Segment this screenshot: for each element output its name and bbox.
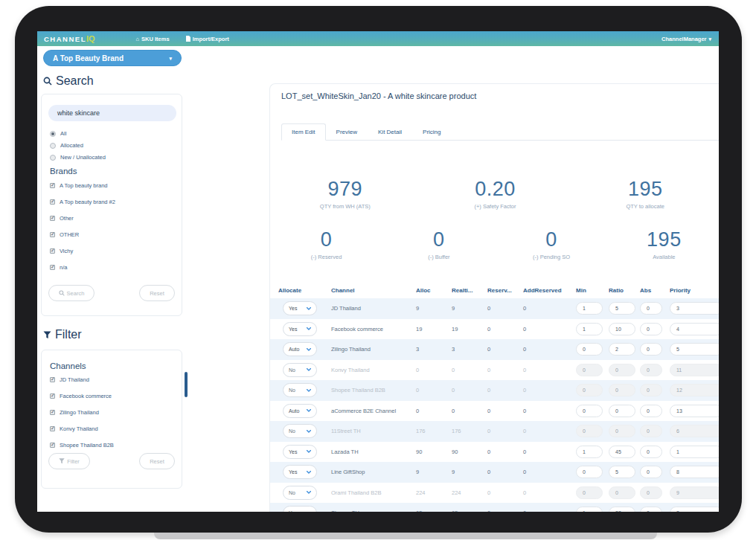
ratio-input[interactable]: 5: [609, 466, 635, 478]
min-input[interactable]: 1: [576, 507, 603, 512]
status-radio-option[interactable]: New / Unallocated: [50, 154, 106, 161]
min-input[interactable]: 1: [576, 302, 603, 315]
allocate-select[interactable]: No: [283, 383, 317, 397]
abs-input[interactable]: 0: [640, 323, 662, 335]
tab-item[interactable]: Pricing: [412, 123, 451, 141]
min-input[interactable]: 0: [576, 466, 603, 478]
status-radio-option[interactable]: Allocated: [50, 142, 106, 149]
filter-button[interactable]: Filter: [48, 453, 90, 469]
priority-input[interactable]: 3: [670, 302, 719, 315]
allocate-select[interactable]: Yes: [283, 465, 317, 479]
min-input[interactable]: 0: [576, 405, 603, 417]
min-input[interactable]: 0: [576, 486, 603, 499]
brand-checkbox[interactable]: A Top beauty brand: [50, 182, 115, 189]
ratio-input[interactable]: 10: [609, 323, 635, 335]
channel-checkbox[interactable]: Zilingo Thailand: [50, 409, 173, 416]
channel-cell: Facebook commerce: [331, 326, 416, 332]
allocate-select[interactable]: Yes: [283, 301, 317, 315]
filter-reset-button[interactable]: Reset: [139, 453, 175, 469]
priority-input[interactable]: 11: [670, 364, 719, 376]
filter-card: Channels JD Thailand Facebook commerce: [41, 350, 182, 489]
abs-input[interactable]: 0: [640, 364, 662, 376]
min-input[interactable]: 0: [576, 384, 603, 396]
allocate-select[interactable]: Auto: [283, 342, 317, 356]
brand-checkbox[interactable]: Vichy: [50, 248, 115, 254]
brand-checkbox[interactable]: OTHER: [50, 231, 115, 238]
abs-input[interactable]: 0: [640, 302, 662, 315]
realtime-cell: 3: [452, 346, 487, 353]
ratio-input[interactable]: 0: [609, 405, 635, 417]
brand-checkbox[interactable]: n/a: [50, 264, 115, 271]
priority-input[interactable]: 12: [670, 384, 719, 396]
ratio-input[interactable]: 0: [609, 486, 635, 499]
brand-checkbox-label: Vichy: [60, 248, 73, 254]
channel-checkbox[interactable]: Facebook commerce: [50, 393, 173, 399]
priority-input[interactable]: 4: [670, 323, 719, 335]
sidebar-scrollbar-thumb[interactable]: [185, 372, 188, 397]
priority-input[interactable]: 1: [670, 446, 719, 458]
channel-checkbox[interactable]: JD Thailand: [50, 376, 173, 383]
abs-input[interactable]: 0: [640, 384, 662, 396]
min-input[interactable]: 0: [576, 425, 603, 437]
abs-input[interactable]: 0: [640, 405, 662, 417]
abs-input[interactable]: 0: [640, 343, 662, 356]
channel-checkbox[interactable]: Konvy Thailand: [50, 425, 173, 432]
ratio-input[interactable]: 0: [609, 425, 635, 437]
search-reset-button[interactable]: Reset: [139, 285, 175, 301]
ratio-input[interactable]: 0: [609, 384, 635, 396]
checkbox-icon: [50, 199, 55, 205]
priority-input[interactable]: 5: [670, 343, 719, 356]
abs-input[interactable]: 0: [640, 446, 662, 458]
channel-checkbox[interactable]: Shopee Thailand B2B: [50, 442, 173, 449]
ratio-input[interactable]: 0: [609, 364, 635, 376]
abs-input[interactable]: 0: [640, 507, 662, 512]
allocate-select[interactable]: No: [283, 363, 317, 377]
alloc-cell: 0: [416, 408, 452, 414]
min-input[interactable]: 0: [576, 364, 603, 376]
search-button[interactable]: Search: [48, 285, 94, 301]
abs-input[interactable]: 0: [640, 486, 662, 499]
nav-import-export[interactable]: Import/Export: [186, 36, 229, 42]
min-input[interactable]: 1: [576, 446, 603, 458]
tab-item[interactable]: Kit Detail: [368, 123, 412, 141]
min-input[interactable]: 0: [576, 343, 603, 356]
allocate-select[interactable]: Yes: [283, 322, 317, 336]
allocate-cell: Yes: [278, 445, 331, 459]
brand-selector[interactable]: A Top Beauty Brand ▾: [43, 50, 182, 66]
ratio-input[interactable]: 45: [609, 446, 635, 458]
nav-sku-items[interactable]: ⌂ SKU Items: [136, 36, 170, 42]
ratio-input[interactable]: 5: [609, 302, 635, 315]
tab-item[interactable]: Item Edit: [281, 123, 326, 141]
allocate-select[interactable]: No: [283, 486, 317, 500]
channel-checkbox-label: Konvy Thailand: [60, 425, 98, 432]
allocate-select[interactable]: Auto: [283, 404, 317, 418]
priority-input[interactable]: 8: [670, 466, 719, 478]
allocation-table: Yes JD Thailand 9 9 0 0 1 5 0 3: [270, 298, 719, 512]
user-menu[interactable]: ChannelManager ▾: [662, 36, 711, 42]
priority-input[interactable]: 13: [670, 405, 719, 417]
status-radio-option[interactable]: All: [50, 130, 106, 137]
ratio-input[interactable]: 33: [609, 507, 635, 512]
reserved-cell: 0: [487, 326, 523, 332]
brand-checkbox[interactable]: A Top beauty brand #2: [50, 199, 115, 205]
priority-input[interactable]: 9: [670, 486, 719, 499]
checkbox-icon: [50, 426, 55, 431]
tab-item[interactable]: Preview: [326, 123, 368, 141]
add-reserved-cell: 0: [523, 469, 576, 475]
search-input[interactable]: white skincare: [48, 105, 176, 121]
min-input[interactable]: 1: [576, 323, 603, 335]
allocate-select[interactable]: Yes: [283, 506, 317, 512]
priority-input[interactable]: 2: [670, 507, 719, 512]
checkbox-icon: [50, 216, 55, 221]
abs-input[interactable]: 0: [640, 466, 662, 478]
brand-checkbox[interactable]: Other: [50, 215, 115, 222]
ratio-input[interactable]: 2: [609, 343, 635, 356]
abs-input[interactable]: 0: [640, 425, 662, 437]
priority-input[interactable]: 6: [670, 425, 719, 437]
realtime-cell: 176: [452, 428, 487, 434]
realtime-cell: 19: [452, 326, 487, 332]
allocate-cell: Auto: [278, 404, 331, 418]
reserved-cell: 0: [487, 346, 523, 353]
allocate-select[interactable]: Yes: [283, 445, 317, 459]
allocate-select[interactable]: No: [283, 424, 317, 438]
